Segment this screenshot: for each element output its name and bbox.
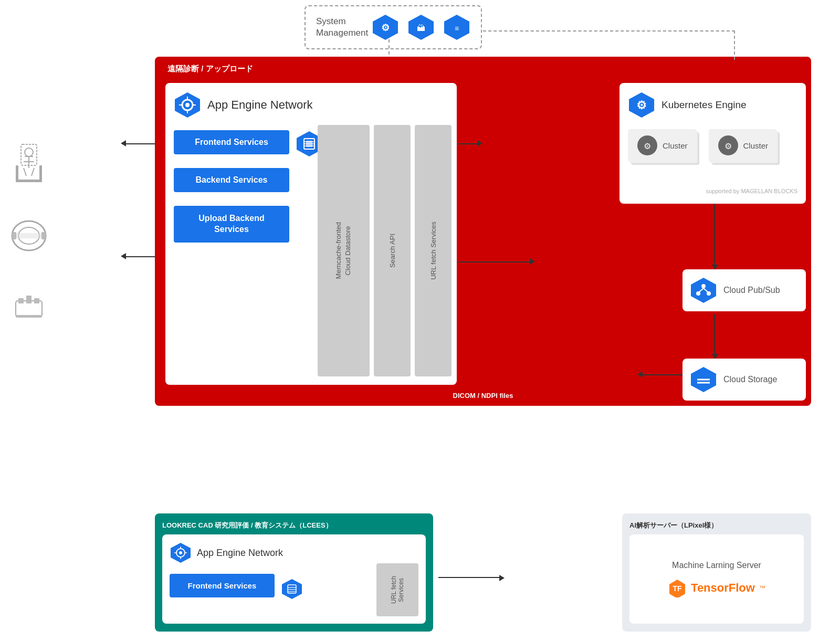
frontend-services-btn[interactable]: Frontend Services — [174, 130, 289, 154]
ai-server-box: AI解析サーバー（LPixel様） Machine Larning Server… — [622, 513, 811, 632]
tensorflow-label: TensorFlow — [691, 581, 755, 595]
urlfetch-column: URL fetch Services — [415, 125, 452, 376]
svg-rect-13 — [16, 165, 18, 181]
backend-services-btn[interactable]: Backend Services — [174, 168, 289, 192]
dicom-label: DICOM / NDPI files — [453, 392, 513, 400]
arrowhead-left-2 — [121, 253, 126, 259]
lcees-ae-header: App Engine Network — [170, 542, 418, 564]
lcees-ae-icon — [170, 542, 192, 564]
svg-point-28 — [185, 103, 190, 107]
k8s-header: ⚙ Kubernetes Engine — [628, 91, 797, 119]
k8s-title: Kubernetes Engine — [662, 99, 747, 111]
cluster-2-icon: ⚙ — [717, 134, 739, 156]
v-arrow-k8s-pubsub — [714, 204, 715, 267]
services-list: Frontend Services Backend Services Uploa… — [174, 130, 289, 249]
svg-rect-15 — [16, 180, 42, 182]
lcees-frontend-btn[interactable]: Frontend Services — [170, 574, 275, 597]
cluster-1-card: ⚙ Cluster — [628, 129, 696, 162]
app-engine-network-box: App Engine Network Frontend Services Bac… — [165, 83, 457, 385]
app-engine-header: App Engine Network — [174, 91, 448, 119]
cloud-storage-box: Cloud Storage — [682, 359, 806, 401]
svg-rect-19 — [12, 232, 16, 239]
pubsub-box: Cloud Pub/Sub — [682, 269, 806, 311]
system-management-label: System Management — [316, 16, 363, 39]
ml-server-label: Machine Larning Server — [672, 561, 761, 570]
lcees-services-area: Frontend Services — [170, 574, 303, 604]
lcees-container: LOOKREC CAD 研究用評価 / 教育システム（LCEES） App En… — [155, 513, 433, 632]
cluster-1-stack: ⚙ Cluster — [628, 129, 696, 162]
svg-rect-24 — [34, 298, 39, 303]
lcees-memcache-icon — [281, 578, 303, 600]
cluster-2-card: ⚙ Cluster — [709, 129, 777, 162]
clusters-container: ⚙ Cluster ⚙ Cluster — [628, 129, 797, 162]
cloud-storage-label: Cloud Storage — [723, 375, 777, 384]
svg-text:⚙: ⚙ — [644, 142, 651, 151]
remote-diagnosis-label: 遠隔診断 / アップロード — [167, 64, 804, 74]
cluster-2-label: Cluster — [743, 141, 769, 150]
cloud-storage-icon — [690, 366, 717, 393]
h-arrow-storage-back — [640, 374, 682, 375]
svg-text:⚙: ⚙ — [636, 99, 647, 112]
dashed-v-right — [734, 30, 735, 60]
svg-rect-14 — [39, 165, 42, 181]
svg-text:🏔: 🏔 — [417, 24, 425, 33]
h-arrow-left-1 — [123, 143, 155, 144]
memcache-column: Memcache-frontedCloud Datastore — [318, 125, 370, 376]
svg-point-56 — [179, 551, 182, 554]
arrowhead-storage-back — [637, 371, 643, 377]
svg-point-7 — [25, 148, 33, 156]
kubernetes-box: ⚙ Kubernetes Engine ⚙ Cluster — [620, 83, 806, 204]
urlfetch-label: URL fetch Services — [429, 222, 437, 280]
medical-device-mri — [10, 217, 47, 256]
system-management-box: System Management ⚙ 🏔 ≡ — [304, 5, 482, 49]
svg-text:⚙: ⚙ — [381, 23, 390, 33]
svg-rect-23 — [26, 296, 32, 303]
medical-device-pathology — [13, 288, 45, 321]
lcees-urlfetch-col: URL fetchServices — [376, 563, 418, 616]
medical-device-xray — [13, 142, 45, 186]
gcp-icon-3: ≡ — [443, 14, 470, 41]
pubsub-label: Cloud Pub/Sub — [723, 285, 780, 296]
dashed-h-top — [483, 30, 735, 31]
k8s-footer: supported by MAGELLAN BLOCKS — [628, 188, 797, 194]
search-api-label: Search API — [388, 234, 396, 268]
vertical-columns: Memcache-frontedCloud Datastore Search A… — [318, 125, 452, 376]
svg-rect-25 — [16, 315, 42, 318]
tensorflow-tm: ™ — [759, 584, 765, 592]
lcees-label: LOOKREC CAD 研究用評価 / 教育システム（LCEES） — [162, 521, 426, 530]
k8s-icon: ⚙ — [628, 91, 655, 119]
lcees-app-engine-box: App Engine Network Frontend Services URL… — [162, 534, 426, 624]
arrowhead-1 — [477, 140, 482, 146]
ai-server-label: AI解析サーバー（LPixel様） — [629, 521, 804, 530]
svg-line-12 — [32, 168, 34, 176]
arrow-h-urlfetch — [458, 261, 532, 262]
svg-line-11 — [24, 168, 26, 176]
svg-marker-45 — [691, 278, 716, 303]
cluster-1-icon: ⚙ — [636, 134, 658, 156]
h-arrow-left-2 — [123, 256, 155, 257]
svg-text:⚙: ⚙ — [724, 142, 732, 151]
tensorflow-icon: TF — [668, 579, 687, 597]
search-api-column: Search API — [374, 125, 411, 376]
h-arrow-lcees-ai — [438, 577, 501, 578]
gcp-icon-1: ⚙ — [372, 14, 399, 41]
arrowhead-lcees-ai — [499, 575, 505, 581]
upload-backend-services-btn[interactable]: Upload BackendServices — [174, 206, 289, 243]
app-engine-title: App Engine Network — [207, 98, 313, 112]
gcp-icon-2: 🏔 — [407, 14, 435, 41]
svg-text:≡: ≡ — [455, 24, 459, 33]
cluster-1-label: Cluster — [663, 141, 688, 150]
memcache-column-label: Memcache-frontedCloud Datastore — [334, 222, 353, 279]
svg-text:TF: TF — [673, 584, 682, 593]
svg-rect-18 — [16, 233, 42, 238]
ml-server-inner: Machine Larning Server TF TensorFlow ™ — [629, 534, 804, 624]
app-engine-icon — [174, 91, 201, 119]
arrow-h-1 — [458, 143, 479, 144]
svg-rect-22 — [18, 298, 24, 303]
cluster-2-stack: ⚙ Cluster — [709, 129, 777, 162]
main-red-container: 遠隔診断 / アップロード App Engine Network Fronten… — [155, 57, 811, 406]
v-arrow-pubsub-storage — [714, 314, 715, 356]
arrowhead-left-1 — [121, 140, 126, 146]
lcees-ae-title: App Engine Network — [197, 548, 283, 559]
svg-rect-20 — [41, 232, 46, 239]
